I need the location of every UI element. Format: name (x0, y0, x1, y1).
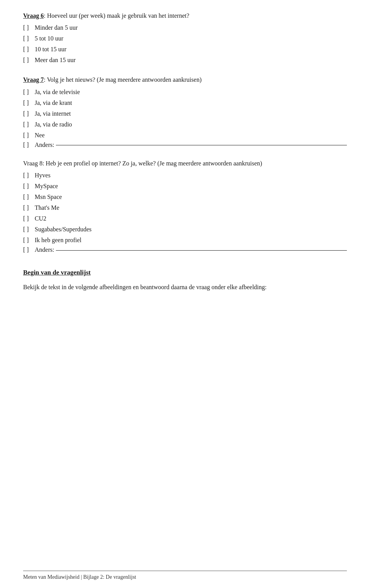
q7-option-1[interactable]: [ ] Ja, via de televisie (23, 88, 347, 97)
checkbox-bracket[interactable]: [ ] (23, 56, 32, 65)
checkbox-bracket[interactable]: [ ] (23, 45, 32, 54)
checkbox-bracket[interactable]: [ ] (23, 120, 32, 129)
q8-option-1[interactable]: [ ] Hyves (23, 171, 347, 180)
q7-option-2[interactable]: [ ] Ja, via de krant (23, 98, 347, 108)
q8-anders-underline (56, 250, 347, 251)
q8-anders-label: Anders: (35, 246, 54, 253)
q8-option-4-text: That's Me (35, 203, 59, 212)
footer: Meten van Mediawijsheid | Bijlage 2: De … (23, 571, 347, 580)
q8-option-6[interactable]: [ ] Sugababes/Superdudes (23, 225, 347, 234)
checkbox-bracket[interactable]: [ ] (23, 171, 32, 180)
question-8-block: Vraag 8: Heb je een profiel op internet?… (23, 159, 347, 253)
checkbox-bracket[interactable]: [ ] (23, 182, 32, 191)
checkbox-bracket[interactable]: [ ] (23, 109, 32, 118)
q8-option-3-text: Msn Space (35, 192, 62, 202)
section-title: Begin van de vragenlijst (23, 269, 347, 276)
q8-label: Vraag 8 (23, 160, 42, 167)
checkbox-bracket[interactable]: [ ] (23, 34, 32, 43)
checkbox-bracket[interactable]: [ ] (23, 142, 32, 148)
checkbox-bracket[interactable]: [ ] (23, 23, 32, 32)
section-begin: Begin van de vragenlijst Bekijk de tekst… (23, 269, 347, 292)
q7-label: Vraag 7 (23, 76, 44, 83)
q6-option-1[interactable]: [ ] Minder dan 5 uur (23, 23, 347, 32)
q6-label: Vraag 6 (23, 12, 44, 19)
checkbox-bracket[interactable]: [ ] (23, 192, 32, 202)
q8-option-6-text: Sugababes/Superdudes (35, 225, 92, 234)
page-content: Vraag 6: Hoeveel uur (per week) maak je … (23, 12, 347, 292)
footer-text: Meten van Mediawijsheid | Bijlage 2: De … (23, 574, 136, 580)
q8-option-5-text: CU2 (35, 214, 46, 223)
q7-option-3-text: Ja, via internet (35, 109, 71, 118)
q6-option-2-text: 5 tot 10 uur (35, 34, 63, 43)
q7-sub-text: (Je mag meerdere antwoorden aankruisen) (97, 76, 202, 83)
q8-sub-text: (Je mag meerdere antwoorden aankruisen) (157, 160, 262, 167)
q7-option-5[interactable]: [ ] Nee (23, 131, 347, 140)
question-8-title: Vraag 8: Heb je een profiel op internet?… (23, 159, 347, 168)
q8-anders-line: [ ] Anders: (23, 246, 347, 253)
checkbox-bracket[interactable]: [ ] (23, 98, 32, 108)
q7-option-4[interactable]: [ ] Ja, via de radio (23, 120, 347, 129)
q8-option-1-text: Hyves (35, 171, 50, 180)
checkbox-bracket[interactable]: [ ] (23, 236, 32, 245)
q8-option-2[interactable]: [ ] MySpace (23, 182, 347, 191)
q7-option-5-text: Nee (35, 131, 45, 140)
q8-option-3[interactable]: [ ] Msn Space (23, 192, 347, 202)
q6-text: : Hoeveel uur (per week) maak je gebruik… (44, 12, 189, 19)
question-7-title: Vraag 7: Volg je het nieuws? (Je mag mee… (23, 76, 347, 84)
question-7-block: Vraag 7: Volg je het nieuws? (Je mag mee… (23, 76, 347, 148)
checkbox-bracket[interactable]: [ ] (23, 246, 32, 253)
q6-option-1-text: Minder dan 5 uur (35, 23, 78, 32)
q8-option-7-text: Ik heb geen profiel (35, 236, 81, 245)
question-6-title: Vraag 6: Hoeveel uur (per week) maak je … (23, 12, 347, 20)
q7-option-4-text: Ja, via de radio (35, 120, 72, 129)
q6-option-4-text: Meer dan 15 uur (35, 56, 76, 65)
question-6-block: Vraag 6: Hoeveel uur (per week) maak je … (23, 12, 347, 65)
q8-option-4[interactable]: [ ] That's Me (23, 203, 347, 212)
q6-option-3[interactable]: [ ] 10 tot 15 uur (23, 45, 347, 54)
checkbox-bracket[interactable]: [ ] (23, 203, 32, 212)
section-intro: Bekijk de tekst in de volgende afbeeldin… (23, 283, 347, 292)
q7-anders-line: [ ] Anders: (23, 142, 347, 148)
q7-text: : Volg je het nieuws? (44, 76, 95, 83)
q6-option-2[interactable]: [ ] 5 tot 10 uur (23, 34, 347, 43)
checkbox-bracket[interactable]: [ ] (23, 131, 32, 140)
q7-option-2-text: Ja, via de krant (35, 98, 72, 108)
q8-option-5[interactable]: [ ] CU2 (23, 214, 347, 223)
q6-option-3-text: 10 tot 15 uur (35, 45, 66, 54)
q8-option-7[interactable]: [ ] Ik heb geen profiel (23, 236, 347, 245)
checkbox-bracket[interactable]: [ ] (23, 88, 32, 97)
q6-option-4[interactable]: [ ] Meer dan 15 uur (23, 56, 347, 65)
q7-anders-label: Anders: (35, 142, 54, 148)
q7-option-1-text: Ja, via de televisie (35, 88, 80, 97)
q7-anders-underline (56, 145, 347, 145)
q7-option-3[interactable]: [ ] Ja, via internet (23, 109, 347, 118)
q8-option-2-text: MySpace (35, 182, 58, 191)
q8-text: : Heb je een profiel op internet? Zo ja,… (42, 160, 156, 167)
checkbox-bracket[interactable]: [ ] (23, 225, 32, 234)
checkbox-bracket[interactable]: [ ] (23, 214, 32, 223)
